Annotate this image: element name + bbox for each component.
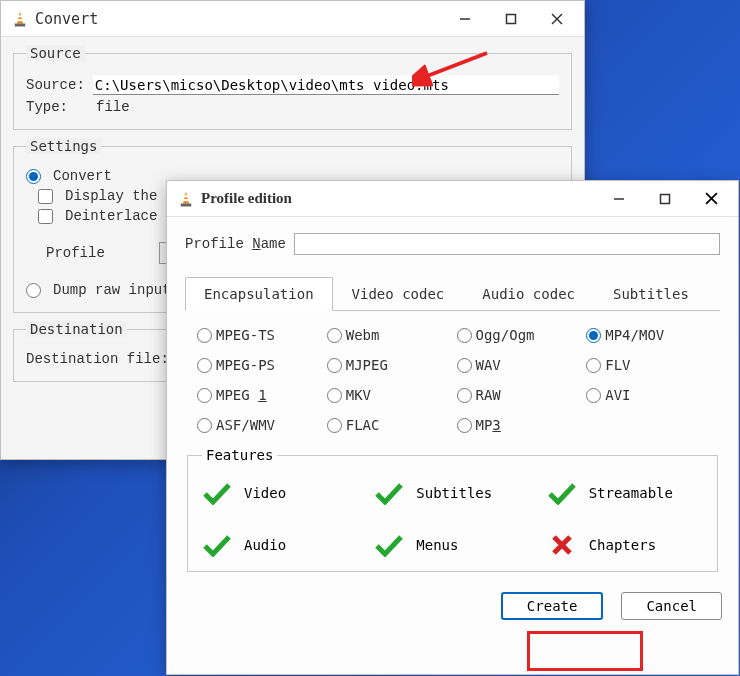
svg-rect-1 [17, 19, 23, 21]
check-icon [202, 481, 232, 505]
deinterlace-label: Deinterlace [65, 208, 157, 224]
format-flv[interactable]: FLV [586, 357, 708, 373]
tab-video-codec[interactable]: Video codec [333, 277, 464, 311]
deinterlace-checkbox[interactable] [38, 209, 53, 224]
tab-encapsulation[interactable]: Encapsulation [185, 277, 333, 311]
format-flac[interactable]: FLAC [327, 417, 449, 433]
tab-audio-codec[interactable]: Audio codec [463, 277, 594, 311]
feature-video: Video [202, 481, 358, 505]
annotation-highlight-create [527, 631, 643, 671]
convert-title: Convert [35, 10, 442, 28]
convert-radio-label: Convert [53, 168, 112, 184]
dump-radio-label: Dump raw input [53, 282, 171, 298]
tab-bar: Encapsulation Video codec Audio codec Su… [185, 277, 720, 311]
window-buttons [596, 181, 734, 217]
cancel-button[interactable]: Cancel [621, 592, 722, 620]
svg-rect-0 [18, 15, 23, 17]
check-icon [202, 533, 232, 557]
create-button[interactable]: Create [501, 592, 604, 620]
format-mkv[interactable]: MKV [327, 387, 449, 403]
window-buttons [442, 1, 580, 37]
format-mpeg-ps[interactable]: MPEG-PS [197, 357, 319, 373]
profile-name-label: Profile Name [185, 236, 286, 252]
vlc-icon [11, 10, 29, 28]
cross-icon [547, 533, 577, 557]
type-label: Type: [26, 99, 68, 115]
features-legend: Features [202, 447, 277, 463]
feature-chapters: Chapters [547, 533, 703, 557]
feature-streamable: Streamable [547, 481, 703, 505]
display-output-checkbox[interactable] [38, 189, 53, 204]
vlc-icon [177, 190, 195, 208]
convert-radio[interactable] [26, 169, 41, 184]
source-label: Source: [26, 77, 85, 93]
check-icon [374, 481, 404, 505]
format-wav[interactable]: WAV [457, 357, 579, 373]
destination-legend: Destination [26, 321, 127, 337]
source-input[interactable] [93, 75, 559, 95]
feature-menus: Menus [374, 533, 530, 557]
minimize-button[interactable] [442, 1, 488, 37]
dump-radio[interactable] [26, 283, 41, 298]
close-button[interactable] [688, 181, 734, 217]
svg-rect-8 [184, 195, 189, 197]
display-output-label: Display the ou [65, 188, 183, 204]
feature-subtitles: Subtitles [374, 481, 530, 505]
format-ogg[interactable]: Ogg/Ogm [457, 327, 579, 343]
svg-rect-2 [15, 23, 26, 26]
feature-audio: Audio [202, 533, 358, 557]
format-mjpeg[interactable]: MJPEG [327, 357, 449, 373]
close-button[interactable] [534, 1, 580, 37]
svg-rect-12 [661, 194, 670, 203]
svg-rect-4 [507, 14, 516, 23]
format-mp4-mov[interactable]: MP4/MOV [586, 327, 708, 343]
profile-titlebar: Profile edition [167, 181, 738, 217]
tab-subtitles[interactable]: Subtitles [594, 277, 708, 311]
check-icon [374, 533, 404, 557]
format-mp3[interactable]: MP3 [457, 417, 579, 433]
profile-name-input[interactable] [294, 233, 720, 255]
format-mpeg-1[interactable]: MPEG 1 [197, 387, 319, 403]
convert-titlebar: Convert [1, 1, 584, 37]
source-group: Source Source: Type: file [13, 45, 572, 130]
format-raw[interactable]: RAW [457, 387, 579, 403]
format-avi[interactable]: AVI [586, 387, 708, 403]
source-legend: Source [26, 45, 85, 61]
destination-label: Destination file: [26, 351, 169, 367]
format-asf-wmv[interactable]: ASF/WMV [197, 417, 319, 433]
profile-edition-window: Profile edition Profile Name Encapsulati… [166, 180, 739, 675]
profile-title: Profile edition [201, 190, 596, 207]
maximize-button[interactable] [488, 1, 534, 37]
dialog-buttons: Create Cancel [167, 580, 738, 624]
type-value: file [96, 99, 130, 115]
format-mpeg-ts[interactable]: MPEG-TS [197, 327, 319, 343]
check-icon [547, 481, 577, 505]
minimize-button[interactable] [596, 181, 642, 217]
svg-rect-10 [181, 203, 192, 206]
svg-rect-9 [183, 199, 189, 201]
profile-label: Profile [46, 245, 105, 261]
encapsulation-panel: MPEG-TS Webm Ogg/Ogm MP4/MOV MPEG-PS MJP… [197, 327, 708, 433]
format-webm[interactable]: Webm [327, 327, 449, 343]
features-group: Features Video Subtitles Streamable Audi… [187, 447, 718, 572]
settings-legend: Settings [26, 138, 101, 154]
maximize-button[interactable] [642, 181, 688, 217]
